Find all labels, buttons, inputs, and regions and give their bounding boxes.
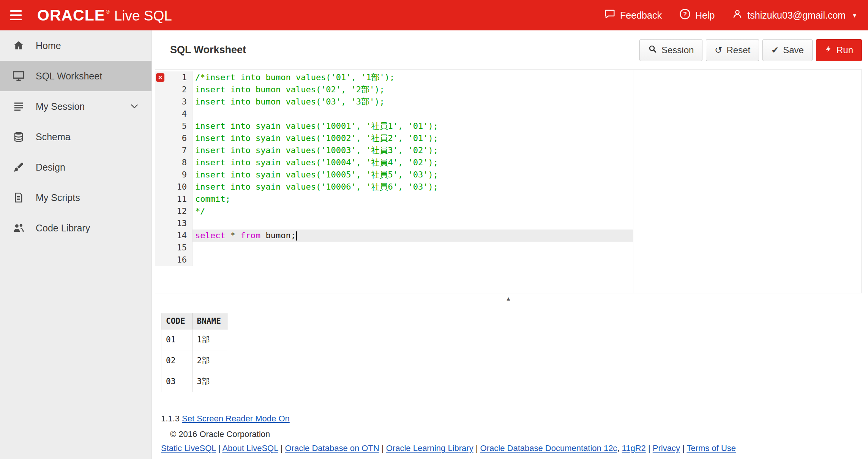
code-line-text[interactable]: select * from bumon; [193, 230, 633, 242]
session-button[interactable]: Session [639, 39, 702, 61]
results-cell: 02 [161, 350, 193, 371]
footer-link[interactable]: Terms of Use [687, 443, 736, 453]
feedback-button[interactable]: Feedback [604, 8, 662, 22]
sql-editor[interactable]: ✕1/*insert into bumon values('01', '1部')… [155, 70, 862, 293]
footer-link-separator: | [473, 443, 480, 453]
sidebar-item-label: SQL Worksheet [36, 71, 102, 82]
code-line-4[interactable]: 4 [155, 108, 862, 120]
code-line-6[interactable]: 6insert into syain values('10002', '社員2'… [155, 132, 862, 144]
sidebar-item-home[interactable]: Home [0, 30, 152, 61]
hamburger-menu-icon[interactable] [0, 0, 32, 30]
splitter-collapse-handle[interactable]: ▲ [155, 293, 862, 304]
sidebar-item-label: My Session [36, 101, 85, 112]
code-line-5[interactable]: 5insert into syain values('10001', '社員1'… [155, 120, 862, 132]
results-row: 033部 [161, 371, 228, 392]
results-panel: CODEBNAME 011部022部033部 [152, 304, 868, 406]
code-line-text[interactable] [193, 242, 633, 254]
footer-link[interactable]: Privacy [653, 443, 680, 453]
sidebar-item-code-library[interactable]: Code Library [0, 213, 152, 243]
topbar-right: Feedback ? Help tshizuku03@gmail.com ▼ [604, 8, 868, 22]
line-number: 7 [165, 144, 193, 157]
code-line-3[interactable]: 3insert into bumon values('03', '3部'); [155, 96, 862, 108]
code-line-text[interactable]: insert into bumon values('03', '3部'); [193, 96, 633, 108]
code-line-text[interactable]: insert into syain values('10004', '社員4',… [193, 157, 633, 169]
code-line-text[interactable]: insert into syain values('10002', '社員2',… [193, 132, 633, 144]
user-account-menu[interactable]: tshizuku03@gmail.com ▼ [732, 9, 857, 22]
results-cell: 03 [161, 371, 193, 392]
code-line-7[interactable]: 7insert into syain values('10003', '社員3'… [155, 144, 862, 157]
line-number: 4 [165, 108, 193, 120]
footer-link[interactable]: 11gR2 [622, 443, 646, 453]
code-line-1[interactable]: ✕1/*insert into bumon values('01', '1部')… [155, 71, 862, 84]
main-content: SQL Worksheet Session ↺ Reset ✔ Save [152, 30, 868, 459]
brand-product: Live SQL [114, 8, 172, 24]
code-line-text[interactable]: insert into syain values('10005', '社員5',… [193, 169, 633, 181]
footer-link-separator: | [278, 443, 285, 453]
code-line-13[interactable]: 13 [155, 217, 862, 230]
line-number: 11 [165, 193, 193, 205]
code-line-10[interactable]: 10insert into syain values('10006', '社員6… [155, 181, 862, 193]
code-line-text[interactable] [193, 254, 633, 266]
footer-link[interactable]: Oracle Database Documentation 12c [480, 443, 617, 453]
oracle-live-sql-logo[interactable]: ORACLE ® Live SQL [37, 6, 172, 24]
page-title: SQL Worksheet [170, 44, 246, 56]
code-line-text[interactable] [193, 217, 633, 230]
gutter-margin [155, 96, 165, 108]
code-line-2[interactable]: 2insert into bumon values('02', '2部'); [155, 84, 862, 96]
footer-link-separator: | [646, 443, 653, 453]
feedback-label: Feedback [620, 10, 662, 21]
code-line-text[interactable]: insert into syain values('10001', '社員1',… [193, 120, 633, 132]
code-line-text[interactable]: */ [193, 205, 633, 217]
code-line-text[interactable]: insert into syain values('10003', '社員3',… [193, 144, 633, 157]
results-row: 011部 [161, 329, 228, 350]
sidebar-item-design[interactable]: Design [0, 152, 152, 182]
help-button[interactable]: ? Help [679, 8, 715, 22]
run-button[interactable]: Run [816, 39, 862, 61]
footer-link[interactable]: About LiveSQL [222, 443, 278, 453]
sidebar-nav: Home SQL Worksheet My Session Schema [0, 30, 152, 459]
code-line-9[interactable]: 9insert into syain values('10005', '社員5'… [155, 169, 862, 181]
reset-button[interactable]: ↺ Reset [706, 39, 759, 61]
footer-link-separator: | [216, 443, 223, 453]
code-line-15[interactable]: 15 [155, 242, 862, 254]
gutter-margin: ✕ [155, 71, 165, 84]
error-marker-icon[interactable]: ✕ [156, 73, 164, 82]
sidebar-item-schema[interactable]: Schema [0, 122, 152, 152]
brand-oracle: ORACLE [37, 6, 105, 24]
code-line-12[interactable]: 12*/ [155, 205, 862, 217]
sidebar-item-my-session[interactable]: My Session [0, 91, 152, 122]
results-cell: 2部 [192, 350, 228, 371]
line-number: 6 [165, 132, 193, 144]
footer-link[interactable]: Static LiveSQL [161, 443, 216, 453]
collapse-arrow-icon: ▲ [506, 295, 511, 302]
footer-link[interactable]: Oracle Database on OTN [285, 443, 379, 453]
footer-link[interactable]: Oracle Learning Library [386, 443, 473, 453]
results-cell: 1部 [192, 329, 228, 350]
screen-reader-mode-link[interactable]: Set Screen Reader Mode On [182, 414, 290, 423]
code-line-14[interactable]: 14select * from bumon; [155, 230, 862, 242]
code-line-text[interactable]: insert into syain values('10006', '社員6',… [193, 181, 633, 193]
save-button[interactable]: ✔ Save [762, 39, 813, 61]
code-line-16[interactable]: 16 [155, 254, 862, 266]
line-number: 15 [165, 242, 193, 254]
sidebar-item-sql-worksheet[interactable]: SQL Worksheet [0, 61, 152, 91]
code-line-text[interactable]: /*insert into bumon values('01', '1部'); [193, 71, 633, 84]
line-number: 10 [165, 181, 193, 193]
lightning-bolt-icon [825, 44, 832, 56]
line-number: 2 [165, 84, 193, 96]
line-number: 3 [165, 96, 193, 108]
gutter-margin [155, 205, 165, 217]
gutter-margin [155, 132, 165, 144]
sidebar-item-my-scripts[interactable]: My Scripts [0, 182, 152, 213]
code-line-text[interactable] [193, 108, 633, 120]
chevron-down-icon[interactable] [130, 104, 139, 109]
code-line-text[interactable]: commit; [193, 193, 633, 205]
code-line-text[interactable]: insert into bumon values('02', '2部'); [193, 84, 633, 96]
sidebar-item-label: Home [36, 40, 61, 51]
session-button-label: Session [661, 45, 694, 55]
feedback-speech-bubble-icon [604, 8, 615, 22]
code-line-11[interactable]: 11commit; [155, 193, 862, 205]
footer-link-separator: | [379, 443, 386, 453]
database-icon [11, 131, 26, 142]
code-line-8[interactable]: 8insert into syain values('10004', '社員4'… [155, 157, 862, 169]
